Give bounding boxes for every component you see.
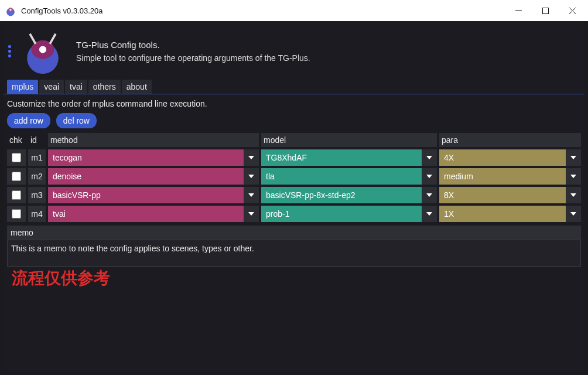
tab-others[interactable]: others xyxy=(88,80,121,94)
grip-handle-icon[interactable] xyxy=(8,45,15,57)
minimize-button[interactable] xyxy=(505,0,532,21)
para-select[interactable]: medium xyxy=(439,168,566,185)
method-select[interactable]: tvai xyxy=(48,206,244,222)
col-id: id xyxy=(28,133,46,147)
model-select[interactable]: basicVSR-pp-8x-std-ep2 xyxy=(261,187,422,203)
col-chk: chk xyxy=(7,133,26,147)
tab-veai[interactable]: veai xyxy=(39,80,64,94)
row-id: m4 xyxy=(28,206,46,222)
header-title: TG-Plus Config tools. xyxy=(76,40,310,50)
chevron-down-icon[interactable] xyxy=(566,187,581,203)
row-id: m2 xyxy=(28,168,46,185)
method-select[interactable]: tecogan xyxy=(48,149,244,166)
svg-point-2 xyxy=(9,9,11,11)
grid-header: chk id method model para xyxy=(7,133,581,147)
tabs: mplus veai tvai others about xyxy=(4,80,584,94)
chevron-down-icon[interactable] xyxy=(422,168,437,185)
para-select[interactable]: 4X xyxy=(439,149,566,166)
add-row-button[interactable]: add row xyxy=(7,113,50,128)
window-titlebar: ConfigTools v0.3.03.20a xyxy=(0,0,588,21)
row-id: m1 xyxy=(28,149,46,166)
tab-mplus[interactable]: mplus xyxy=(7,80,38,94)
maximize-button[interactable] xyxy=(532,0,559,21)
method-select[interactable]: basicVSR-pp xyxy=(48,187,244,203)
chevron-down-icon[interactable] xyxy=(566,206,581,222)
row-actions: add row del row xyxy=(4,113,584,133)
chevron-down-icon[interactable] xyxy=(566,168,581,185)
svg-rect-3 xyxy=(542,8,548,13)
table-row: m2 denoise tla medium xyxy=(7,168,581,185)
table-row: m1 tecogan TG8XhdAF 4X xyxy=(7,149,581,166)
row-checkbox[interactable] xyxy=(12,209,21,219)
col-method: method xyxy=(48,133,259,147)
tab-about[interactable]: about xyxy=(122,80,152,94)
method-select[interactable]: denoise xyxy=(48,168,244,185)
close-button[interactable] xyxy=(559,0,586,21)
window-title: ConfigTools v0.3.03.20a xyxy=(21,6,505,15)
app-icon xyxy=(5,5,16,16)
tab-description: Customize the order of mplus command lin… xyxy=(4,94,584,113)
tab-tvai[interactable]: tvai xyxy=(65,80,87,94)
chevron-down-icon[interactable] xyxy=(244,206,259,222)
row-checkbox[interactable] xyxy=(12,190,21,200)
para-select[interactable]: 8X xyxy=(439,187,566,203)
chevron-down-icon[interactable] xyxy=(244,187,259,203)
watermark-text: 流程仅供参考 xyxy=(12,267,110,289)
chevron-down-icon[interactable] xyxy=(422,206,437,222)
model-select[interactable]: prob-1 xyxy=(261,206,422,222)
del-row-button[interactable]: del row xyxy=(56,113,97,128)
chevron-down-icon[interactable] xyxy=(244,168,259,185)
header: TG-Plus Config tools. Simple tool to con… xyxy=(4,21,584,80)
chevron-down-icon[interactable] xyxy=(244,149,259,166)
model-select[interactable]: tla xyxy=(261,168,422,185)
chevron-down-icon[interactable] xyxy=(566,149,581,166)
chevron-down-icon[interactable] xyxy=(422,187,437,203)
table-row: m4 tvai prob-1 1X xyxy=(7,206,581,222)
row-checkbox[interactable] xyxy=(12,153,21,162)
col-model: model xyxy=(261,133,437,147)
memo-textarea[interactable]: This is a memo to note the config applie… xyxy=(7,240,581,267)
header-subtitle: Simple tool to configure the operating a… xyxy=(76,53,310,63)
app-logo xyxy=(20,28,66,74)
model-select[interactable]: TG8XhdAF xyxy=(261,149,422,166)
memo-label: memo xyxy=(7,226,581,240)
col-para: para xyxy=(439,133,581,147)
chevron-down-icon[interactable] xyxy=(422,149,437,166)
row-id: m3 xyxy=(28,187,46,203)
table-row: m3 basicVSR-pp basicVSR-pp-8x-std-ep2 8X xyxy=(7,187,581,203)
row-checkbox[interactable] xyxy=(12,172,21,181)
para-select[interactable]: 1X xyxy=(439,206,566,222)
svg-point-6 xyxy=(39,46,46,53)
